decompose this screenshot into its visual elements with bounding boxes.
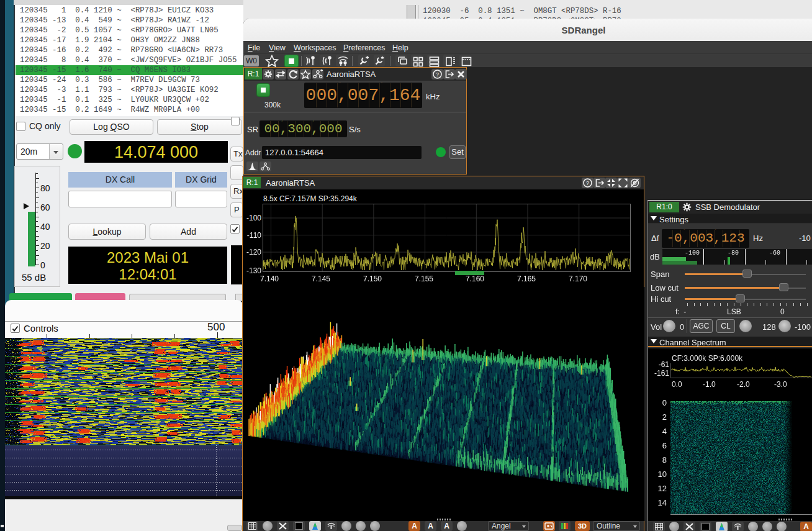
svg-text:?: ? xyxy=(586,180,589,186)
svg-text:?: ? xyxy=(436,71,439,78)
